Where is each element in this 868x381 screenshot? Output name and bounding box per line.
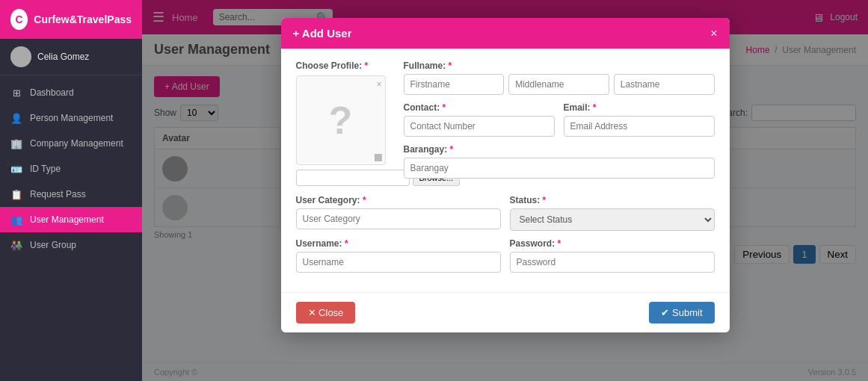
contact-email-row: Contact: * Email: * [404,102,715,137]
resize-handle[interactable] [375,154,382,161]
sidebar-item-user-management[interactable]: 👥 User Management [0,207,142,232]
profile-pic-area: Choose Profile: * × ? Browse... [296,61,393,186]
sidebar-item-id-type[interactable]: 🪪 ID Type [0,156,142,182]
main-content: ☰ Home 🔍 🖥 Logout User Management Home /… [142,0,868,381]
firstname-input[interactable] [404,74,505,95]
barangay-label: Barangay: * [404,144,715,155]
profile-section: Choose Profile: * × ? Browse... [296,61,715,186]
pic-close-button[interactable]: × [376,79,381,90]
password-input[interactable] [510,252,715,273]
file-name-input[interactable] [296,170,410,186]
email-input[interactable] [564,116,715,137]
person-icon: 👤 [10,112,22,124]
user-category-group: User Category: * [296,195,501,231]
choose-profile-label: Choose Profile: * [296,61,393,71]
sidebar-user: Celia Gomez [0,39,142,75]
fullname-label: Fullname: * [404,61,715,71]
modal-body: Choose Profile: * × ? Browse... [281,49,730,292]
sidebar-item-dashboard[interactable]: ⊞ Dashboard [0,80,142,105]
sidebar-item-company-management[interactable]: 🏢 Company Management [0,131,142,156]
contact-input[interactable] [404,116,555,137]
sidebar-item-user-group[interactable]: 👫 User Group [0,232,142,258]
password-label: Password: * [510,238,715,249]
id-icon: 🪪 [10,163,22,175]
file-input-row: Browse... [296,170,393,186]
sidebar-item-person-management[interactable]: 👤 Person Management [0,105,142,131]
profile-pic-box: × ? [296,75,386,165]
users-icon: 👥 [10,214,22,226]
sidebar-item-label: User Group [30,240,76,250]
sidebar-item-request-pass[interactable]: 📋 Request Pass [0,182,142,207]
username-label: Username: * [296,238,501,249]
username-password-row: Username: * Password: * [296,238,715,273]
category-status-row: User Category: * Status: * Select [296,195,715,231]
app-name: Curfew&TravelPass [34,13,132,25]
status-label: Status: * [510,195,715,205]
barangay-input[interactable] [404,158,715,179]
modal-close-button[interactable]: × [710,28,717,40]
modal-submit-btn[interactable]: ✔ Submit [649,302,714,323]
barangay-group: Barangay: * [404,144,715,179]
modal-close-btn[interactable]: ✕ Close [296,302,356,323]
contact-label: Contact: * [404,102,555,113]
status-select[interactable]: Select Status Active Inactive [510,208,715,231]
modal-overlay: + Add User × Choose Profile: * × [142,0,868,381]
modal-footer: ✕ Close ✔ Submit [281,292,730,332]
pass-icon: 📋 [10,188,22,200]
email-group: Email: * [564,102,715,137]
sidebar-item-label: Request Pass [30,189,86,199]
lastname-input[interactable] [614,74,715,95]
modal-title: + Add User [293,27,352,40]
user-name: Celia Gomez [37,52,89,62]
middlename-input[interactable] [508,74,609,95]
fullname-row [404,74,715,95]
user-category-input[interactable] [296,208,501,229]
username-group: Username: * [296,238,501,273]
profile-form-right: Fullname: * [404,61,715,186]
modal-header: + Add User × [281,18,730,49]
status-group: Status: * Select Status Active Inactive [510,195,715,231]
user-category-label: User Category: * [296,195,501,205]
group-icon: 👫 [10,239,22,251]
company-icon: 🏢 [10,137,22,149]
profile-placeholder-icon: ? [329,98,353,143]
password-group: Password: * [510,238,715,273]
fullname-group: Fullname: * [404,61,715,95]
logo-icon: C [10,9,28,30]
dashboard-icon: ⊞ [10,87,22,99]
sidebar-item-label: User Management [30,214,104,225]
add-user-modal: + Add User × Choose Profile: * × [281,18,730,332]
sidebar-logo: C Curfew&TravelPass [0,0,142,39]
sidebar-item-label: Dashboard [30,87,74,98]
username-input[interactable] [296,252,501,273]
email-label: Email: * [564,102,715,113]
sidebar: C Curfew&TravelPass Celia Gomez ⊞ Dashbo… [0,0,142,381]
sidebar-item-label: ID Type [30,164,61,174]
sidebar-nav: ⊞ Dashboard 👤 Person Management 🏢 Compan… [0,75,142,381]
sidebar-item-label: Company Management [30,138,123,149]
sidebar-item-label: Person Management [30,113,113,123]
contact-group: Contact: * [404,102,555,137]
avatar [10,46,31,67]
